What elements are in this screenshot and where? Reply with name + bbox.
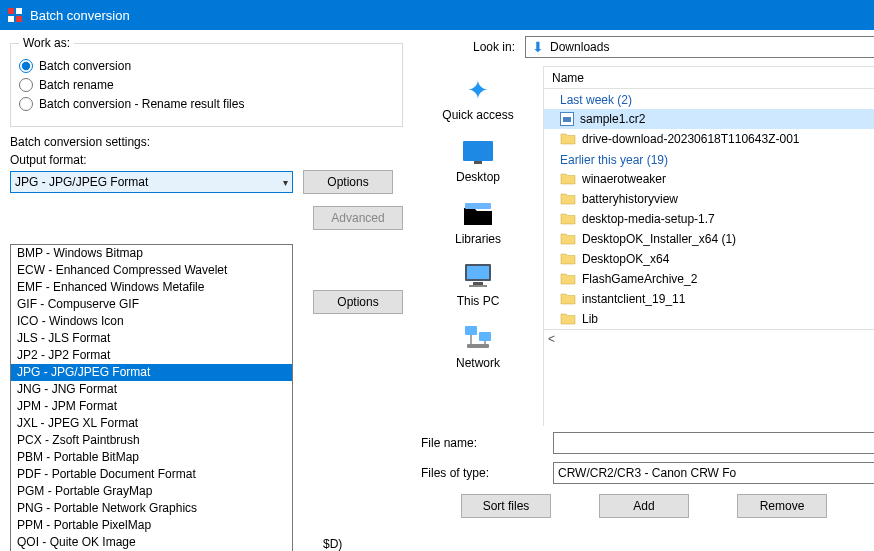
work-as-group: Work as: Batch conversion Batch rename B…: [10, 36, 403, 127]
folder-item[interactable]: desktop-media-setup-1.7: [544, 209, 874, 229]
this-pc-icon: [460, 260, 496, 292]
file-group-header[interactable]: Earlier this year (19): [544, 149, 874, 169]
format-option[interactable]: JP2 - JP2 Format: [11, 347, 292, 364]
format-option[interactable]: GIF - Compuserve GIF: [11, 296, 292, 313]
scroll-left-indicator[interactable]: <: [544, 329, 874, 347]
output-format-selected: JPG - JPG/JPEG Format: [15, 175, 148, 189]
item-label: Lib: [582, 312, 598, 326]
place-libraries[interactable]: Libraries: [413, 194, 543, 250]
format-option[interactable]: ECW - Enhanced Compressed Wavelet: [11, 262, 292, 279]
look-in-label: Look in:: [473, 40, 515, 54]
svg-rect-2: [8, 16, 14, 22]
folder-icon: [560, 271, 576, 288]
folder-item[interactable]: instantclient_19_11: [544, 289, 874, 309]
format-option[interactable]: PGM - Portable GrayMap: [11, 483, 292, 500]
folder-item[interactable]: batteryhistoryview: [544, 189, 874, 209]
format-option[interactable]: JNG - JNG Format: [11, 381, 292, 398]
folder-icon: [560, 251, 576, 268]
item-label: DesktopOK_x64: [582, 252, 669, 266]
place-desktop[interactable]: Desktop: [413, 132, 543, 188]
radio-label: Batch rename: [39, 78, 114, 92]
svg-rect-11: [465, 326, 477, 335]
format-option[interactable]: EMF - Enhanced Windows Metafile: [11, 279, 292, 296]
filetype-label: Files of type:: [421, 466, 541, 480]
format-option[interactable]: JPG - JPG/JPEG Format: [11, 364, 292, 381]
remove-button[interactable]: Remove: [737, 494, 827, 518]
format-option[interactable]: PDF - Portable Document Format: [11, 466, 292, 483]
options-button[interactable]: Options: [303, 170, 393, 194]
folder-item[interactable]: DesktopOK_x64: [544, 249, 874, 269]
format-option[interactable]: QOI - Quite OK Image: [11, 534, 292, 551]
filename-input[interactable]: [553, 432, 874, 454]
svg-rect-4: [463, 141, 493, 161]
quick-access-icon: ✦: [460, 74, 496, 106]
radio-label: Batch conversion: [39, 59, 131, 73]
chevron-down-icon: ▾: [283, 177, 288, 188]
format-option[interactable]: ICO - Windows Icon: [11, 313, 292, 330]
format-option[interactable]: BMP - Windows Bitmap: [11, 245, 292, 262]
format-option[interactable]: JPM - JPM Format: [11, 398, 292, 415]
filetype-combo[interactable]: CRW/CR2/CR3 - Canon CRW Fo: [553, 462, 874, 484]
look-in-combo[interactable]: ⬇ Downloads: [525, 36, 874, 58]
radio-batch-conversion-input[interactable]: [19, 59, 33, 73]
format-option[interactable]: PPM - Portable PixelMap: [11, 517, 292, 534]
output-format-label: Output format:: [10, 153, 403, 167]
options-button-2[interactable]: Options: [313, 290, 403, 314]
folder-icon: [560, 131, 576, 148]
place-this-pc[interactable]: This PC: [413, 256, 543, 312]
left-panel: Work as: Batch conversion Batch rename B…: [0, 30, 413, 551]
file-item[interactable]: sample1.cr2: [544, 109, 874, 129]
right-panel: Look in: ⬇ Downloads ✦ Quick access Desk…: [413, 30, 874, 551]
item-label: DesktopOK_Installer_x64 (1): [582, 232, 736, 246]
svg-rect-10: [469, 285, 487, 287]
item-label: instantclient_19_11: [582, 292, 685, 306]
item-label: drive-download-20230618T110643Z-001: [582, 132, 800, 146]
item-label: batteryhistoryview: [582, 192, 678, 206]
item-label: FlashGameArchive_2: [582, 272, 697, 286]
svg-rect-6: [465, 203, 491, 209]
svg-rect-3: [16, 16, 22, 22]
file-group-header[interactable]: Last week (2): [544, 89, 874, 109]
folder-icon: [560, 171, 576, 188]
output-format-dropdown[interactable]: BMP - Windows BitmapECW - Enhanced Compr…: [10, 244, 293, 551]
folder-item[interactable]: Lib: [544, 309, 874, 329]
radio-batch-rename[interactable]: Batch rename: [19, 78, 394, 92]
work-as-legend: Work as:: [19, 36, 74, 50]
place-quick-access[interactable]: ✦ Quick access: [413, 70, 543, 126]
folder-item[interactable]: DesktopOK_Installer_x64 (1): [544, 229, 874, 249]
radio-batch-conversion-rename[interactable]: Batch conversion - Rename result files: [19, 97, 394, 111]
add-button[interactable]: Add: [599, 494, 689, 518]
sort-files-button[interactable]: Sort files: [461, 494, 551, 518]
svg-rect-5: [474, 161, 482, 164]
folder-icon: [560, 211, 576, 228]
format-option[interactable]: JXL - JPEG XL Format: [11, 415, 292, 432]
places-bar: ✦ Quick access Desktop Libraries: [413, 66, 543, 426]
folder-item[interactable]: FlashGameArchive_2: [544, 269, 874, 289]
radio-batch-conversion-rename-input[interactable]: [19, 97, 33, 111]
advanced-button[interactable]: Advanced: [313, 206, 403, 230]
column-header-name[interactable]: Name: [544, 67, 874, 89]
download-arrow-icon: ⬇: [532, 39, 544, 55]
file-list-area: Name Last week (2)sample1.cr2drive-downl…: [543, 66, 874, 426]
desktop-icon: [460, 136, 496, 168]
folder-icon: [560, 231, 576, 248]
place-network[interactable]: Network: [413, 318, 543, 374]
svg-rect-12: [479, 332, 491, 341]
radio-batch-conversion[interactable]: Batch conversion: [19, 59, 394, 73]
format-option[interactable]: PBM - Portable BitMap: [11, 449, 292, 466]
format-option[interactable]: JLS - JLS Format: [11, 330, 292, 347]
app-icon: [6, 6, 24, 24]
file-list[interactable]: Last week (2)sample1.cr2drive-download-2…: [544, 89, 874, 329]
libraries-icon: [460, 198, 496, 230]
format-option[interactable]: PCX - Zsoft Paintbrush: [11, 432, 292, 449]
output-format-combo[interactable]: JPG - JPG/JPEG Format ▾: [10, 171, 293, 193]
settings-header: Batch conversion settings:: [10, 135, 403, 149]
radio-batch-rename-input[interactable]: [19, 78, 33, 92]
sd-fragment: $D): [323, 537, 342, 551]
svg-rect-1: [16, 8, 22, 14]
format-option[interactable]: PNG - Portable Network Graphics: [11, 500, 292, 517]
svg-rect-9: [473, 282, 483, 285]
folder-item[interactable]: drive-download-20230618T110643Z-001: [544, 129, 874, 149]
filename-label: File name:: [421, 436, 541, 450]
folder-item[interactable]: winaerotweaker: [544, 169, 874, 189]
